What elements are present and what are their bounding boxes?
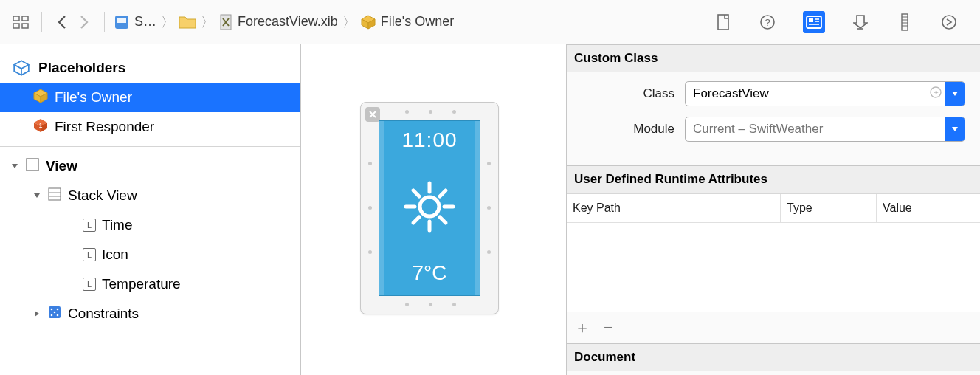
help-inspector-tab[interactable]: ?	[759, 13, 776, 31]
svg-point-50	[420, 197, 439, 216]
runtime-attributes-table[interactable]: Key Path Type Value ＋ −	[567, 193, 980, 343]
chevron-right-icon: 〉	[339, 13, 359, 31]
dropdown-icon[interactable]	[945, 117, 965, 141]
time-label-row[interactable]: L Time	[0, 210, 300, 240]
class-combobox[interactable]	[685, 81, 965, 106]
svg-point-45	[51, 314, 53, 316]
chevron-right-icon: 〉	[198, 13, 217, 31]
svg-rect-20	[902, 14, 908, 30]
module-field-label: Module	[574, 122, 685, 137]
label-icon: L	[83, 278, 96, 291]
stack-view-row[interactable]: Stack View	[0, 181, 300, 210]
folder-icon	[179, 15, 196, 30]
class-input[interactable]	[686, 82, 926, 106]
svg-marker-60	[952, 92, 958, 96]
column-keypath[interactable]: Key Path	[567, 194, 781, 223]
first-responder-icon: 1	[32, 117, 49, 137]
label-icon: L	[83, 248, 96, 261]
guide-dot	[405, 303, 409, 306]
icon-label: Icon	[102, 247, 128, 263]
svg-point-25	[942, 16, 956, 29]
temperature-label: Temperature	[102, 276, 181, 292]
disclosure-triangle-icon[interactable]	[32, 191, 41, 200]
module-row: Module	[574, 117, 973, 142]
breadcrumb-owner[interactable]: File's Owner	[360, 14, 454, 30]
file-inspector-tab[interactable]	[714, 13, 732, 31]
stack-view-icon	[47, 187, 62, 205]
nav-back-button[interactable]	[51, 12, 73, 32]
disclosure-triangle-icon[interactable]	[32, 309, 41, 318]
connections-inspector-tab[interactable]	[940, 13, 958, 31]
stack-view-label: Stack View	[68, 188, 137, 204]
document-outline[interactable]: Placeholders File's Owner 1 First Respon…	[0, 44, 301, 375]
view-mode-button[interactable]	[9, 12, 32, 32]
svg-line-55	[413, 190, 419, 196]
icon-label-row[interactable]: L Icon	[0, 240, 300, 269]
table-body-empty[interactable]	[567, 223, 980, 312]
document-body: Label	[567, 371, 980, 375]
files-owner-row[interactable]: File's Owner	[0, 83, 300, 112]
constraints-row[interactable]: Constraints	[0, 299, 300, 328]
first-responder-row[interactable]: 1 First Responder	[0, 112, 300, 142]
temperature-label-row[interactable]: L Temperature	[0, 269, 300, 299]
guide-dot	[429, 303, 432, 306]
guide-dot	[487, 250, 491, 254]
table-header: Key Path Type Value	[567, 194, 980, 223]
breadcrumb-project[interactable]: S…	[114, 14, 156, 30]
column-type[interactable]: Type	[781, 194, 877, 223]
guide-dot	[452, 110, 456, 114]
class-field-label: Class	[574, 86, 685, 101]
clear-icon[interactable]	[926, 86, 945, 102]
xib-view-frame[interactable]: 11:00	[360, 102, 499, 314]
breadcrumb-project-label: S…	[134, 14, 156, 30]
guide-dot	[452, 303, 456, 306]
separator	[104, 12, 105, 32]
svg-point-43	[51, 308, 53, 310]
svg-text:1: 1	[38, 122, 42, 129]
nav-forward-button[interactable]	[73, 12, 95, 32]
svg-marker-41	[35, 311, 39, 317]
forecast-view-preview[interactable]: 11:00	[379, 120, 480, 296]
runtime-attributes-header: User Defined Runtime Attributes	[567, 165, 980, 193]
view-label: View	[46, 158, 77, 174]
module-input[interactable]	[686, 117, 945, 141]
breadcrumb-file[interactable]: ForecastView.xib	[218, 14, 338, 30]
disclosure-triangle-icon[interactable]	[10, 162, 19, 171]
identity-inspector-tab[interactable]	[803, 11, 825, 33]
size-inspector-tab[interactable]	[896, 13, 914, 31]
identity-inspector-panel: Custom Class Class Module	[567, 44, 980, 375]
svg-line-56	[440, 217, 446, 223]
main-columns: Placeholders File's Owner 1 First Respon…	[0, 44, 980, 375]
breadcrumb-folder[interactable]	[179, 15, 196, 30]
files-owner-label: File's Owner	[55, 89, 132, 106]
separator	[0, 146, 300, 147]
placeholders-header[interactable]: Placeholders	[0, 53, 300, 83]
table-footer: ＋ −	[567, 312, 980, 343]
toolbar-left: S… 〉 〉 ForecastView.xib 〉 File's Owner	[9, 12, 454, 32]
cube-outline-icon	[10, 59, 32, 77]
interface-builder-canvas[interactable]: 11:00	[301, 44, 567, 375]
svg-rect-14	[809, 18, 813, 22]
svg-line-57	[440, 190, 446, 196]
guide-dot	[487, 206, 491, 210]
module-combobox[interactable]	[685, 117, 965, 142]
custom-class-header: Custom Class	[567, 44, 980, 72]
view-row[interactable]: View	[0, 151, 300, 181]
svg-point-46	[57, 314, 59, 316]
attributes-inspector-tab[interactable]	[852, 13, 869, 31]
add-row-button[interactable]: ＋	[574, 317, 590, 339]
remove-row-button[interactable]: −	[604, 318, 613, 337]
guide-dot	[368, 206, 372, 210]
constraints-label: Constraints	[68, 306, 139, 322]
document-header: Document	[567, 343, 980, 371]
guide-dot	[368, 162, 372, 165]
column-value[interactable]: Value	[877, 194, 980, 223]
svg-rect-2	[13, 24, 19, 28]
close-view-button[interactable]	[365, 107, 380, 122]
svg-rect-38	[49, 188, 61, 200]
breadcrumb-owner-label: File's Owner	[381, 14, 454, 30]
dropdown-icon[interactable]	[945, 82, 965, 106]
svg-rect-0	[13, 16, 19, 21]
breadcrumb[interactable]: S… 〉 〉 ForecastView.xib 〉 File's Owner	[114, 13, 454, 31]
class-row: Class	[574, 81, 973, 106]
